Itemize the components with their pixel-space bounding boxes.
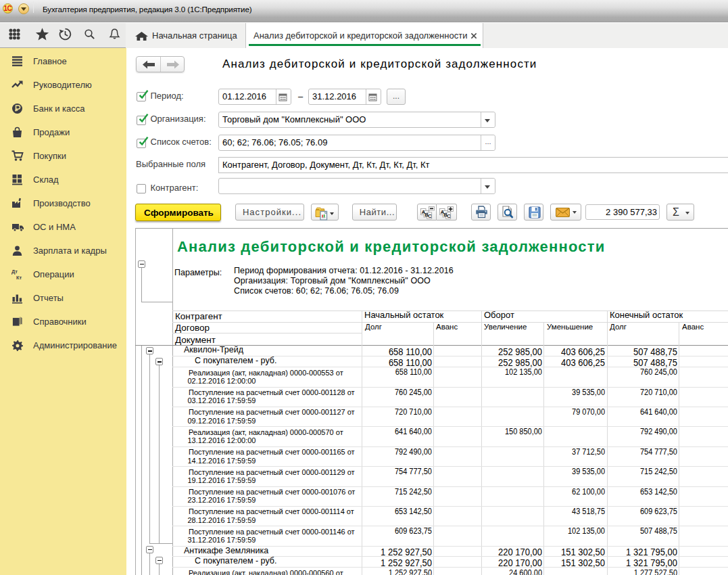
svg-text:Кт: Кт	[16, 275, 22, 281]
svg-text:C: C	[447, 213, 452, 219]
svg-text:C: C	[428, 213, 433, 219]
